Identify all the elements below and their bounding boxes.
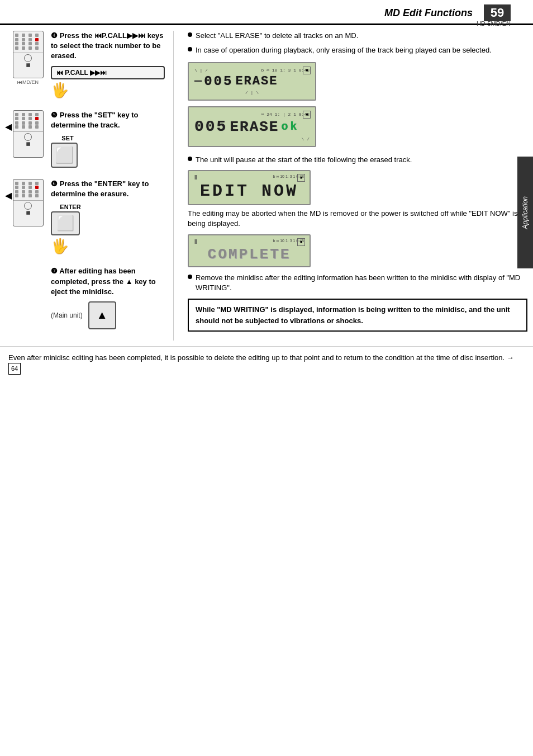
page-header: MD Edit Functions 59 xyxy=(0,0,533,25)
lcd-2-track: 005 xyxy=(194,118,227,135)
step-7-number: ❼ xyxy=(51,267,58,275)
main-content: ⬛ ⏮MD/EN ❹ Press the ⏮P.CALL▶▶⏭ keys to … xyxy=(0,31,533,341)
arrow-pointer-6: ◀ xyxy=(5,190,12,201)
lcd-1-bottom: / | \ xyxy=(194,90,310,95)
lcd-display-3-wrapper: II b ∞ 10 1: 3 1 0:48 EDIT NOW ■ xyxy=(188,170,527,205)
prev-icon: ⏮ xyxy=(56,69,63,77)
step-7-content: ❼ After editing has been completed, pres… xyxy=(51,266,165,329)
set-key-image: ⬜ xyxy=(51,143,78,168)
hand-cursor-6: 🖐 xyxy=(51,238,69,254)
bullet-all-erase: Select "ALL ERASE" to delete all tracks … xyxy=(188,31,527,41)
footer-note: Even after minidisc editing has been com… xyxy=(0,346,533,380)
pcall-key-display: ⏮ P.CALL ▶▶⏭ xyxy=(51,66,165,79)
eject-button-image: ▲ xyxy=(88,301,116,329)
step-4-desc: ❹ Press the ⏮P.CALL▶▶⏭ keys to select th… xyxy=(51,31,165,62)
step-5-number: ❺ xyxy=(51,111,58,119)
bullet-dot-eject xyxy=(188,275,192,279)
step-7-block: ❼ After editing has been completed, pres… xyxy=(8,266,165,329)
lcd-display-1: \ | / b ∞ 10 1: 3 1 0:48 — 005 ERASE / |… xyxy=(188,62,316,101)
lcd-4-top: II b ∞ 10 1: 3 1 0:48 xyxy=(194,239,304,245)
main-unit-label: (Main unit) xyxy=(51,311,83,319)
application-tab: Application xyxy=(517,157,533,268)
lcd-1-erase: ERASE xyxy=(235,74,278,88)
lcd-3-text: EDIT NOW xyxy=(194,182,304,201)
step-6-content: ❻ Press the "ENTER" key to determine the… xyxy=(51,179,165,255)
lcd-2-ok: ok xyxy=(281,120,299,133)
device-illustration-6: ⬛ xyxy=(13,179,44,226)
set-label: SET xyxy=(51,135,84,141)
lcd-3-pause: II xyxy=(194,174,198,181)
lcd-3-icon: ■ xyxy=(297,174,305,182)
step-4-number: ❹ xyxy=(51,31,58,40)
pcall-label: P.CALL xyxy=(65,69,88,77)
bullet-eject: Remove the minidisc after the editing in… xyxy=(188,273,527,293)
lcd-1-meta-row: \ | / b ∞ 10 1: 3 1 0:48 xyxy=(194,68,310,73)
page-number: 59 xyxy=(484,4,511,21)
step-4-content: ❹ Press the ⏮P.CALL▶▶⏭ keys to select th… xyxy=(51,31,165,99)
step-6-block: ◀ ⬛ xyxy=(8,179,165,255)
lcd-display-4-wrapper: II b ∞ 10 1: 3 1 0:48 COMPLETE ■ xyxy=(188,234,527,267)
step-6-number: ❻ xyxy=(51,179,58,188)
arrow-pointer-5: ◀ xyxy=(5,121,12,132)
footer-ref: 64 xyxy=(8,363,21,375)
page-title: MD Edit Functions xyxy=(384,7,473,19)
lcd-4-icon: ■ xyxy=(297,238,305,246)
step-5-block: ◀ ⬛ xyxy=(8,110,165,168)
step-4-block: ⬛ ⏮MD/EN ❹ Press the ⏮P.CALL▶▶⏭ keys to … xyxy=(8,31,165,99)
bullet-playback: In case of operation during playback, on… xyxy=(188,45,527,55)
lcd-1-meta-left: \ | / xyxy=(194,68,208,73)
right-column: Select "ALL ERASE" to delete all tracks … xyxy=(182,31,527,341)
lcd-2-erase: ERASE xyxy=(230,119,279,135)
lcd-1-dash: — xyxy=(194,74,202,88)
lcd-2-meta-row: ∞ 24 1: | 2 1 0:48 xyxy=(194,112,310,117)
editing-note: The editing may be aborted when the MD i… xyxy=(188,209,527,229)
lcd-4-pause: II xyxy=(194,239,198,245)
device-illustration-5: ⬛ xyxy=(13,110,44,158)
bullet-1-text: Select "ALL ERASE" to delete all tracks … xyxy=(196,31,358,41)
pause-bullet-text: The unit will pause at the start of the … xyxy=(196,155,412,165)
warning-box: While "MD WRITING" is displayed, informa… xyxy=(188,299,527,332)
bullet-2-text: In case of operation during playback, on… xyxy=(196,45,492,55)
model-number: HD-5MD/EN xyxy=(477,20,511,27)
lcd-4-text: COMPLETE xyxy=(194,246,304,263)
footer-text: Even after minidisc editing has been com… xyxy=(8,353,514,362)
left-column: ⬛ ⏮MD/EN ❹ Press the ⏮P.CALL▶▶⏭ keys to … xyxy=(8,31,165,341)
lcd-1-text: 005 xyxy=(204,74,233,89)
bullet-pause: The unit will pause at the start of the … xyxy=(188,155,527,165)
bullet-dot-pause xyxy=(188,157,192,161)
side-tab-label: Application xyxy=(521,196,529,229)
lcd-3-top: II b ∞ 10 1: 3 1 0:48 xyxy=(194,174,304,181)
lcd-1-icon: ■ xyxy=(303,67,311,74)
hand-cursor-4: 🖐 xyxy=(51,82,69,98)
lcd-display-3: II b ∞ 10 1: 3 1 0:48 EDIT NOW ■ xyxy=(188,170,311,205)
eject-bullet-text: Remove the minidisc after the editing in… xyxy=(196,273,527,293)
lcd-display-1-wrapper: \ | / b ∞ 10 1: 3 1 0:48 — 005 ERASE / |… xyxy=(188,62,527,101)
lcd-2-icon: ■ xyxy=(303,111,311,119)
lcd-display-4: II b ∞ 10 1: 3 1 0:48 COMPLETE ■ xyxy=(188,234,311,267)
lcd-display-2: ∞ 24 1: | 2 1 0:48 005 ERASE ok \ / ■ xyxy=(188,106,316,147)
lcd-display-2-wrapper: ∞ 24 1: | 2 1 0:48 005 ERASE ok \ / ■ xyxy=(188,106,527,147)
step-5-desc: ❺ Press the "SET" key to determine the t… xyxy=(51,110,165,130)
enter-label: ENTER xyxy=(51,204,90,210)
device-illustration-4: ⬛ xyxy=(13,31,44,78)
step-7-desc: ❼ After editing has been completed, pres… xyxy=(51,266,165,297)
step-5-content: ❺ Press the "SET" key to determine the t… xyxy=(51,110,165,168)
lcd-2-bottom: \ / xyxy=(194,136,310,141)
bullet-dot-2 xyxy=(188,47,192,51)
next-icon: ▶▶⏭ xyxy=(90,69,107,77)
warning-text: While "MD WRITING" is displayed, informa… xyxy=(196,305,510,325)
step-6-desc: ❻ Press the "ENTER" key to determine the… xyxy=(51,179,165,199)
bullet-dot-1 xyxy=(188,32,192,37)
erase-info-section: Select "ALL ERASE" to delete all tracks … xyxy=(188,31,527,55)
enter-key-image: ⬜ xyxy=(51,211,80,235)
column-divider xyxy=(173,31,174,341)
